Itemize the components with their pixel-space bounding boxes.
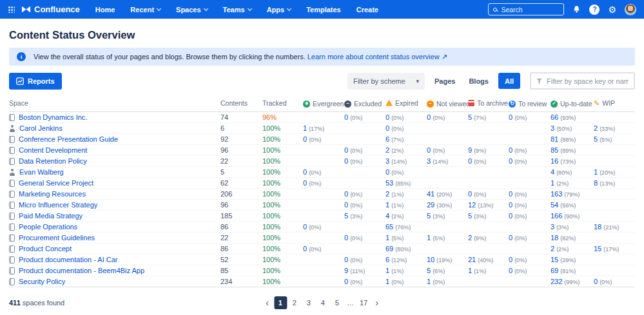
status-count-link[interactable]: 5: [344, 212, 348, 220]
nav-item-apps[interactable]: Apps: [267, 6, 291, 14]
nav-item-create[interactable]: Create: [356, 6, 378, 14]
help-icon[interactable]: ?: [589, 5, 600, 15]
status-count-link[interactable]: 81: [551, 135, 558, 143]
status-count-link[interactable]: 0: [344, 256, 348, 263]
status-count-link[interactable]: 12: [468, 201, 476, 209]
status-count-link[interactable]: 29: [427, 201, 434, 209]
pagination-prev-icon[interactable]: ‹: [262, 297, 273, 309]
status-count-link[interactable]: 0: [303, 168, 307, 176]
space-link[interactable]: Procurement Guidelines: [19, 234, 95, 242]
status-count-link[interactable]: 0: [303, 223, 307, 231]
status-count-link[interactable]: 0: [344, 234, 348, 242]
status-count-link[interactable]: 0: [344, 190, 348, 198]
status-count-link[interactable]: 1: [427, 278, 431, 285]
space-link[interactable]: Product documentation - AI Car: [19, 256, 117, 263]
space-link[interactable]: Conference Presentation Guide: [19, 135, 118, 143]
status-count-link[interactable]: 2: [468, 234, 472, 242]
nav-item-home[interactable]: Home: [95, 6, 115, 14]
status-count-link[interactable]: 4: [385, 212, 389, 220]
status-count-link[interactable]: 6: [385, 256, 389, 263]
status-count-link[interactable]: 0: [344, 113, 348, 121]
status-count-link[interactable]: 0: [427, 146, 431, 154]
status-count-link[interactable]: 9: [468, 146, 472, 154]
status-count-link[interactable]: 1: [385, 234, 389, 242]
status-count-link[interactable]: 0: [344, 146, 348, 154]
status-count-link[interactable]: 166: [551, 212, 562, 220]
status-count-link[interactable]: 0: [594, 278, 598, 285]
status-count-link[interactable]: 2: [551, 245, 554, 253]
status-count-link[interactable]: 0: [344, 278, 348, 285]
status-count-link[interactable]: 232: [551, 278, 562, 285]
blogs-filter-button[interactable]: Blogs: [465, 74, 493, 88]
status-count-link[interactable]: 3: [551, 223, 554, 231]
space-link[interactable]: People Operations: [19, 223, 77, 231]
status-count-link[interactable]: 3: [551, 124, 554, 132]
status-count-link[interactable]: 69: [385, 245, 393, 253]
nav-item-recent[interactable]: Recent: [130, 6, 161, 14]
space-link[interactable]: General Service Project: [19, 179, 93, 187]
status-count-link[interactable]: 5: [427, 267, 431, 274]
status-count-link[interactable]: 1: [468, 267, 472, 274]
status-count-link[interactable]: 2: [385, 146, 389, 154]
status-count-link[interactable]: 69: [551, 267, 558, 274]
pagination-page-4[interactable]: 4: [317, 296, 329, 309]
status-count-link[interactable]: 10: [427, 256, 434, 263]
space-link[interactable]: Carol Jenkins: [19, 124, 63, 132]
notifications-icon[interactable]: [572, 5, 581, 14]
status-count-link[interactable]: 65: [385, 223, 393, 231]
pagination-page-2[interactable]: 2: [288, 296, 301, 309]
pagination-page-5[interactable]: 5: [331, 296, 344, 309]
confluence-brand[interactable]: Confluence: [21, 5, 80, 14]
pagination-page-3[interactable]: 3: [302, 296, 315, 309]
status-count-link[interactable]: 53: [385, 179, 393, 187]
pagination-next-icon[interactable]: ›: [371, 297, 382, 309]
space-link[interactable]: Data Retention Policy: [19, 157, 87, 165]
status-count-link[interactable]: 85: [551, 146, 558, 154]
status-count-link[interactable]: 5: [468, 113, 472, 121]
status-count-link[interactable]: 0: [509, 190, 512, 198]
status-count-link[interactable]: 0: [344, 201, 348, 209]
status-count-link[interactable]: 5: [427, 212, 431, 220]
status-count-link[interactable]: 163: [551, 190, 562, 198]
status-count-link[interactable]: 3: [385, 157, 389, 165]
pagination-page-17[interactable]: 17: [357, 296, 370, 309]
status-count-link[interactable]: 0: [509, 256, 512, 263]
status-count-link[interactable]: 1: [385, 267, 389, 274]
nav-item-spaces[interactable]: Spaces: [176, 6, 208, 14]
space-link[interactable]: Micro Influencer Strategy: [19, 201, 97, 209]
space-link[interactable]: Product Concept: [19, 245, 72, 253]
space-link[interactable]: Marketing Resources: [19, 190, 86, 198]
status-count-link[interactable]: 0: [385, 168, 389, 176]
pages-filter-button[interactable]: Pages: [431, 74, 459, 88]
status-count-link[interactable]: 54: [551, 201, 558, 209]
status-count-link[interactable]: 18: [594, 223, 601, 231]
status-count-link[interactable]: 0: [509, 146, 512, 154]
space-link[interactable]: Product documentation - Beem4Biz App: [19, 267, 144, 274]
status-count-link[interactable]: 18: [551, 234, 558, 242]
status-count-link[interactable]: 3: [427, 157, 431, 165]
status-count-link[interactable]: 1: [551, 179, 554, 187]
status-count-link[interactable]: 0: [303, 179, 307, 187]
space-link[interactable]: Content Development: [19, 146, 87, 154]
status-count-link[interactable]: 0: [509, 201, 512, 209]
space-link[interactable]: Security Policy: [19, 278, 65, 285]
status-count-link[interactable]: 1: [303, 124, 307, 132]
status-count-link[interactable]: 0: [468, 157, 472, 165]
status-count-link[interactable]: 0: [509, 157, 512, 165]
space-link[interactable]: Paid Media Strategy: [19, 212, 83, 220]
space-link[interactable]: Boston Dynamics Inc.: [19, 113, 87, 121]
search-box[interactable]: [488, 3, 564, 15]
settings-gear-icon[interactable]: ⚙: [608, 5, 616, 14]
status-count-link[interactable]: 16: [551, 157, 558, 165]
status-count-link[interactable]: 66: [551, 113, 558, 121]
status-count-link[interactable]: 0: [385, 113, 389, 121]
nav-item-templates[interactable]: Templates: [306, 6, 341, 14]
space-filter-input[interactable]: [547, 77, 629, 85]
search-input[interactable]: [501, 6, 559, 14]
status-count-link[interactable]: 0: [509, 212, 512, 220]
reports-button[interactable]: Reports: [9, 73, 62, 90]
status-count-link[interactable]: 0: [385, 124, 389, 132]
status-count-link[interactable]: 1: [594, 168, 598, 176]
space-filter-box[interactable]: [530, 72, 635, 90]
status-count-link[interactable]: 0: [509, 113, 512, 121]
